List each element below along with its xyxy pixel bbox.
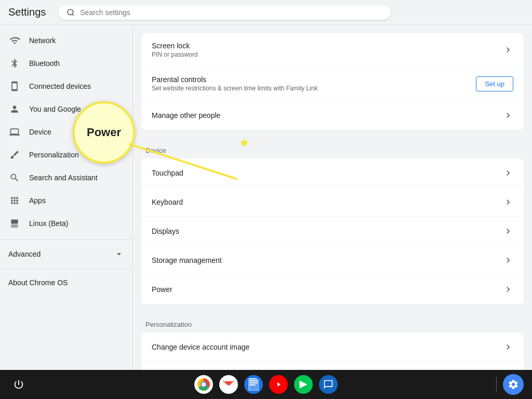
- manage-other-people-item[interactable]: Manage other people: [141, 101, 524, 130]
- main-layout: Network Bluetooth Connected devices You …: [0, 25, 532, 370]
- storage-management-title: Storage management: [152, 256, 503, 264]
- terminal-icon: [8, 217, 21, 230]
- sidebar-item-label: Personalization: [29, 151, 79, 159]
- chevron-right-icon: [503, 45, 513, 55]
- storage-management-item[interactable]: Storage management: [141, 246, 524, 275]
- chevron-right-icon: [503, 110, 513, 121]
- screen-lock-item[interactable]: Screen lock PIN or password: [141, 33, 524, 67]
- sidebar-item-you-and-google[interactable]: You and Google: [0, 98, 128, 121]
- chevron-right-icon: [503, 342, 513, 352]
- sidebar-item-search-and-assistant[interactable]: Search and Assistant: [0, 166, 128, 189]
- sidebar-item-label: Bluetooth: [29, 59, 60, 68]
- screen-lock-subtitle: PIN or password: [152, 51, 503, 58]
- parental-controls-title: Parental controls: [152, 75, 476, 84]
- sidebar-divider: [0, 239, 132, 240]
- personalization-section-header: Personalization: [133, 312, 532, 332]
- sidebar-item-apps[interactable]: Apps: [0, 189, 128, 212]
- chevron-right-icon: [503, 284, 513, 295]
- bluetooth-icon: [8, 57, 21, 70]
- svg-line-1: [72, 14, 74, 16]
- devices-icon: [8, 80, 21, 92]
- sidebar-item-label: Connected devices: [29, 82, 91, 90]
- manage-other-people-title: Manage other people: [152, 111, 503, 119]
- svg-marker-11: [300, 381, 308, 389]
- brush-icon: [8, 149, 21, 161]
- sidebar-about-label: About Chrome OS: [8, 278, 68, 287]
- screen-lock-title: Screen lock: [152, 42, 503, 50]
- sidebar-item-connected-devices[interactable]: Connected devices: [0, 75, 128, 98]
- change-device-account-image-title: Change device account image: [152, 343, 503, 351]
- sidebar-item-personalization[interactable]: Personalization: [0, 143, 128, 166]
- sidebar-item-label: Network: [29, 36, 56, 45]
- sidebar-item-label: Apps: [29, 196, 46, 205]
- chrome-app-icon[interactable]: [193, 374, 214, 395]
- search-icon: [66, 8, 75, 17]
- search-input[interactable]: [80, 8, 382, 17]
- parental-controls-item[interactable]: Parental controls Set website restrictio…: [141, 67, 524, 101]
- sidebar-item-network[interactable]: Network: [0, 29, 128, 52]
- wifi-icon: [8, 34, 21, 47]
- svg-rect-5: [223, 381, 234, 382]
- sidebar-item-device[interactable]: Device: [0, 121, 128, 143]
- wallpaper-item[interactable]: Wallpaper Open the wallpaper app: [141, 362, 524, 370]
- gmail-app-icon[interactable]: [218, 374, 239, 395]
- parental-controls-subtitle: Set website restrictions & screen time l…: [152, 85, 476, 92]
- sidebar-item-label: Search and Assistant: [29, 174, 98, 182]
- search-nav-icon: [8, 171, 21, 184]
- svg-marker-10: [277, 382, 281, 387]
- taskbar-center: [193, 374, 339, 395]
- messages-app-icon[interactable]: [318, 374, 339, 395]
- touchpad-title: Touchpad: [152, 169, 503, 177]
- power-item[interactable]: Power: [141, 275, 524, 304]
- content-area: Screen lock PIN or password Parental con…: [133, 25, 532, 370]
- power-button[interactable]: [8, 374, 29, 395]
- sidebar: Network Bluetooth Connected devices You …: [0, 25, 133, 370]
- taskbar-divider: [496, 377, 497, 392]
- displays-item[interactable]: Displays: [141, 217, 524, 246]
- svg-point-4: [202, 382, 206, 387]
- apps-icon: [8, 194, 21, 207]
- sidebar-divider-2: [0, 269, 132, 269]
- docs-app-icon[interactable]: [243, 374, 264, 395]
- device-card: Touchpad Keyboard Displays Storage manag…: [141, 158, 524, 304]
- taskbar: [0, 370, 532, 399]
- device-section-header: Device: [133, 138, 532, 158]
- taskbar-right: [492, 374, 524, 395]
- sidebar-item-label: Device: [29, 128, 51, 136]
- sidebar-item-bluetooth[interactable]: Bluetooth: [0, 52, 128, 75]
- sidebar-item-label: Linux (Beta): [29, 219, 68, 228]
- settings-taskbar-icon[interactable]: [503, 374, 524, 395]
- chevron-right-icon: [503, 197, 513, 207]
- touchpad-item[interactable]: Touchpad: [141, 158, 524, 188]
- sidebar-about[interactable]: About Chrome OS: [0, 273, 132, 292]
- page-title: Settings: [8, 6, 46, 18]
- keyboard-title: Keyboard: [152, 198, 503, 206]
- svg-point-0: [68, 9, 73, 15]
- personalization-card: Change device account image Wallpaper Op…: [141, 332, 524, 370]
- play-app-icon[interactable]: [293, 374, 314, 395]
- keyboard-item[interactable]: Keyboard: [141, 188, 524, 217]
- sidebar-advanced[interactable]: Advanced: [0, 244, 132, 264]
- taskbar-left: [8, 374, 29, 395]
- power-title: Power: [152, 285, 503, 294]
- search-bar[interactable]: [58, 5, 391, 20]
- security-card: Screen lock PIN or password Parental con…: [141, 33, 524, 130]
- sidebar-item-label: You and Google: [29, 105, 81, 113]
- chevron-right-icon: [503, 168, 513, 178]
- sidebar-advanced-label: Advanced: [8, 250, 41, 258]
- setup-button[interactable]: Set up: [476, 76, 513, 91]
- top-bar: Settings: [0, 0, 532, 25]
- chevron-right-icon: [503, 255, 513, 265]
- chevron-down-icon: [114, 249, 124, 259]
- sidebar-item-linux-beta[interactable]: Linux (Beta): [0, 212, 128, 235]
- youtube-app-icon[interactable]: [268, 374, 289, 395]
- chevron-right-icon: [503, 226, 513, 236]
- change-device-account-image-item[interactable]: Change device account image: [141, 332, 524, 362]
- displays-title: Displays: [152, 227, 503, 235]
- laptop-icon: [8, 126, 21, 138]
- person-icon: [8, 103, 21, 115]
